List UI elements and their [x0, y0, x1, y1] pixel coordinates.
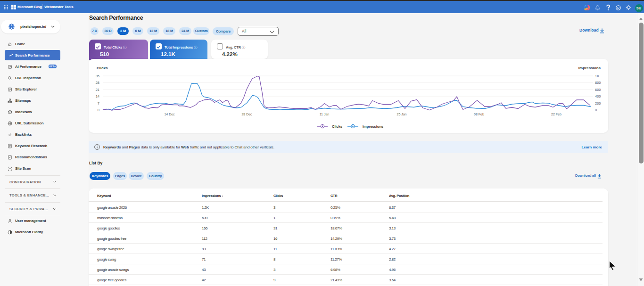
svg-text:28 Dec: 28 Dec [241, 113, 252, 116]
svg-text:0: 0 [595, 108, 597, 112]
svg-text:0: 0 [98, 108, 99, 112]
svg-text:08 Feb: 08 Feb [474, 113, 484, 116]
svg-text:22 Feb: 22 Feb [551, 113, 561, 116]
svg-text:200: 200 [595, 101, 601, 106]
svg-text:21: 21 [96, 88, 99, 92]
svg-text:25 Jan: 25 Jan [396, 113, 406, 116]
svg-text:Clicks: Clicks [332, 124, 342, 129]
svg-text:Impressions: Impressions [363, 124, 383, 129]
svg-text:35: 35 [96, 74, 99, 78]
svg-text:1K: 1K [595, 74, 599, 78]
svg-text:14: 14 [96, 94, 99, 98]
svg-text:11 Jan: 11 Jan [320, 113, 330, 116]
svg-text:7: 7 [98, 101, 99, 106]
svg-text:14 Dec: 14 Dec [164, 113, 175, 116]
svg-text:28: 28 [96, 81, 99, 85]
svg-text:800: 800 [595, 81, 601, 85]
svg-text:400: 400 [595, 94, 601, 98]
svg-text:600: 600 [595, 88, 601, 92]
